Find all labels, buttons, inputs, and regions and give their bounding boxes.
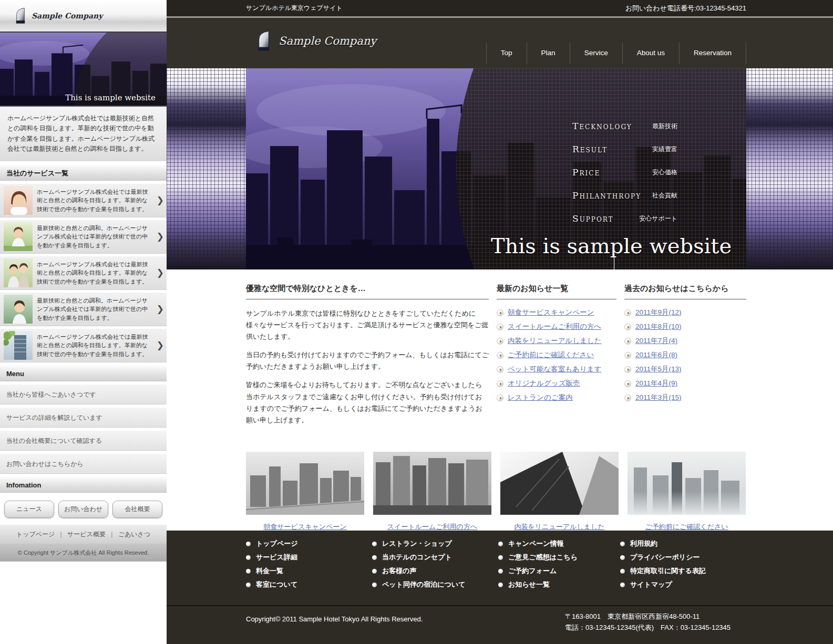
intro-paragraph: サンプルホテル東京では皆様に特別なひとときをすごしていただくために様々なサービス… [246, 308, 489, 342]
gallery-caption-link[interactable]: 朝食サービスキャンペーン [246, 522, 364, 532]
gallery-item[interactable]: ご予約前にご確認ください [628, 452, 746, 532]
news-link[interactable]: オリジナルグッズ販売 [508, 379, 580, 388]
bullet-icon [620, 542, 625, 546]
footer-link[interactable]: サービス詳細 [256, 553, 297, 562]
arrow-bullet-icon [497, 309, 503, 316]
hero-menu-item-support[interactable]: Support 安心サポート [572, 207, 677, 230]
sidebar-hero-image: This is sample website [0, 33, 167, 107]
archive-list-item: 2011年4月(9) [624, 379, 746, 388]
sidebar-footer-link-greeting[interactable]: ごあいさつ [118, 531, 150, 538]
sidebar-menu-item-greeting[interactable]: 当社から皆様へごあいさつです [0, 384, 167, 404]
sidebar-footer-link-service[interactable]: サービス概要 [67, 531, 106, 538]
nav-item-service[interactable]: Service [570, 42, 622, 64]
news-link[interactable]: スイートルームご利用の方へ [508, 322, 601, 331]
archive-link[interactable]: 2011年4月(9) [635, 379, 677, 388]
intro-column: 優雅な空間で特別なひとときを… サンプルホテル東京では皆様に特別なひとときをすご… [246, 284, 489, 433]
gallery-item[interactable]: 内装をリニューアルしました [500, 452, 619, 532]
footer-link[interactable]: ご意見ご感想はこちら [508, 553, 578, 562]
footer-column: 利用規約 プライバシーポリシー 特定商取引に関する表記 サイトマップ [620, 539, 746, 594]
footer-link[interactable]: 利用規約 [630, 539, 657, 548]
arrow-bullet-icon [624, 394, 631, 401]
archive-link[interactable]: 2011年7月(4) [635, 336, 677, 346]
header-logo[interactable]: Sample Company [256, 30, 376, 51]
hero-menu-ja-label: 社会貢献 [652, 191, 677, 200]
footer-link[interactable]: 特定商取引に関する表記 [630, 566, 706, 576]
news-link[interactable]: レストランのご案内 [508, 393, 573, 402]
news-list-item: オリジナルグッズ販売 [497, 379, 616, 388]
gallery-item[interactable]: 朝食サービスキャンペーン [246, 452, 364, 532]
nav-item-about-us[interactable]: About us [622, 42, 679, 64]
footer-link[interactable]: トップページ [256, 539, 298, 548]
bullet-icon [246, 583, 251, 587]
chevron-right-icon: ❯ [157, 232, 164, 241]
arrow-bullet-icon [497, 366, 503, 373]
footer-link[interactable]: 料金一覧 [256, 566, 283, 576]
sidebar-info-heading: Infomation [0, 476, 167, 493]
bullet-icon [620, 569, 625, 574]
gallery-caption-link[interactable]: 内装をリニューアルしました [500, 522, 619, 532]
contact-button[interactable]: お問い合わせ [58, 501, 108, 518]
footer-link[interactable]: キャンペーン情報 [508, 539, 564, 548]
gallery-photo-skyscraper-lowangle [500, 452, 619, 515]
sidebar-menu-item-service[interactable]: サービスの詳細を解説しています [0, 407, 167, 428]
footer-link[interactable]: ご予約フォーム [508, 566, 557, 576]
hero-menu-item-philanthropy[interactable]: Philanthropy 社会貢献 [572, 184, 677, 207]
footer-link[interactable]: ペット同伴の宿泊について [382, 580, 465, 589]
main-area: サンプルホテル東京ウェブサイト お問い合わせ電話番号:03-12345-5432… [167, 0, 833, 644]
nav-item-reservation[interactable]: Reservation [679, 42, 746, 64]
footer-link[interactable]: お客様の声 [382, 566, 417, 576]
service-text: ホームページサンプル株式会社では最新技術と自然との調和を目指します。革新的な技術… [37, 188, 152, 214]
sidebar-logo[interactable]: Sample Company [0, 0, 167, 33]
footer-link-item: ご予約フォーム [498, 566, 620, 576]
sidebar-buttons-row: ニュース お問い合わせ 会社概要 [0, 495, 167, 524]
footer-link[interactable]: プライバシーポリシー [630, 553, 700, 562]
news-link[interactable]: ペット可能な客室もあります [508, 365, 601, 374]
archive-link[interactable]: 2011年6月(8) [635, 350, 677, 360]
footer-link-item: ペット同伴の宿泊について [372, 580, 498, 589]
footer-link[interactable]: サイトマップ [630, 580, 672, 589]
hero-menu-item-price[interactable]: Price 安心価格 [572, 161, 677, 184]
gallery-caption-link[interactable]: スイートルームご利用の方へ [373, 522, 491, 532]
sidebar-footer-link-top[interactable]: トップページ [16, 531, 55, 538]
sidebar-menu-item-company[interactable]: 当社の会社概要について確認する [0, 430, 167, 451]
news-link[interactable]: ご予約前にご確認ください [508, 350, 594, 360]
hero-menu-item-technology[interactable]: Tecknology 最新技術 [572, 115, 677, 138]
service-item[interactable]: ホームページサンプル株式会社では最新技術と自然との調和を目指します。革新的な技術… [0, 256, 167, 290]
footer-link[interactable]: レストラン・ショップ [382, 539, 452, 548]
footer-link[interactable]: 客室について [256, 580, 297, 589]
news-link[interactable]: 内装をリニューアルしました [508, 336, 602, 346]
hero-menu-item-result[interactable]: Result 実績豊富 [572, 138, 677, 161]
archive-link[interactable]: 2011年8月(10) [635, 322, 682, 331]
hero-menu-ja-label: 最新技術 [652, 122, 677, 131]
company-profile-button[interactable]: 会社概要 [112, 501, 162, 518]
news-heading: 最新のお知らせ一覧 [497, 284, 616, 299]
nav-item-top[interactable]: Top [486, 42, 527, 64]
sidebar-menu-item-contact[interactable]: お問い合わせはこちらから [0, 453, 167, 474]
bullet-icon [620, 555, 625, 560]
news-button[interactable]: ニュース [4, 501, 54, 518]
service-item[interactable]: ホームページサンプル株式会社では最新技術と自然との調和を目指します。革新的な技術… [0, 328, 167, 362]
archive-link[interactable]: 2011年9月(12) [635, 308, 682, 317]
service-thumbnail [4, 186, 33, 215]
header-logo-text: Sample Company [279, 35, 376, 47]
footer-link[interactable]: お知らせ一覧 [508, 580, 550, 589]
footer-column: キャンペーン情報 ご意見ご感想はこちら ご予約フォーム お知らせ一覧 [498, 539, 620, 594]
service-thumbnail [4, 295, 33, 324]
nav-item-plan[interactable]: Plan [527, 42, 570, 64]
archive-link[interactable]: 2011年3月(15) [635, 393, 682, 402]
gallery-caption-link[interactable]: ご予約前にご確認ください [628, 522, 746, 532]
archive-link[interactable]: 2011年5月(13) [635, 365, 682, 374]
bullet-icon [246, 542, 251, 546]
gallery-item[interactable]: スイートルームご利用の方へ [373, 452, 491, 532]
page: Sample Company [0, 0, 833, 644]
service-item[interactable]: 最新技術と自然との調和。ホームページサンプル株式会社では革新的な技術で世の中を動… [0, 292, 167, 326]
news-link[interactable]: 朝食サービスキャンペーン [508, 308, 594, 317]
service-item[interactable]: 最新技術と自然との調和。ホームページサンプル株式会社では革新的な技術で世の中を動… [0, 220, 167, 254]
service-item[interactable]: ホームページサンプル株式会社では最新技術と自然との調和を目指します。革新的な技術… [0, 183, 167, 217]
company-address-block: 〒163-8001 東京都新宿区西新宿48-500-11 電話：03-12345… [565, 611, 731, 633]
chevron-right-icon: ❯ [157, 305, 164, 314]
hero-menu-ja-label: 安心価格 [652, 168, 677, 177]
bullet-icon [498, 583, 503, 587]
bottom-copyright-bar: Copyright© 2011 Sample Hotel Tokyo All R… [167, 605, 833, 644]
footer-link[interactable]: 当ホテルのコンセプト [382, 553, 452, 562]
